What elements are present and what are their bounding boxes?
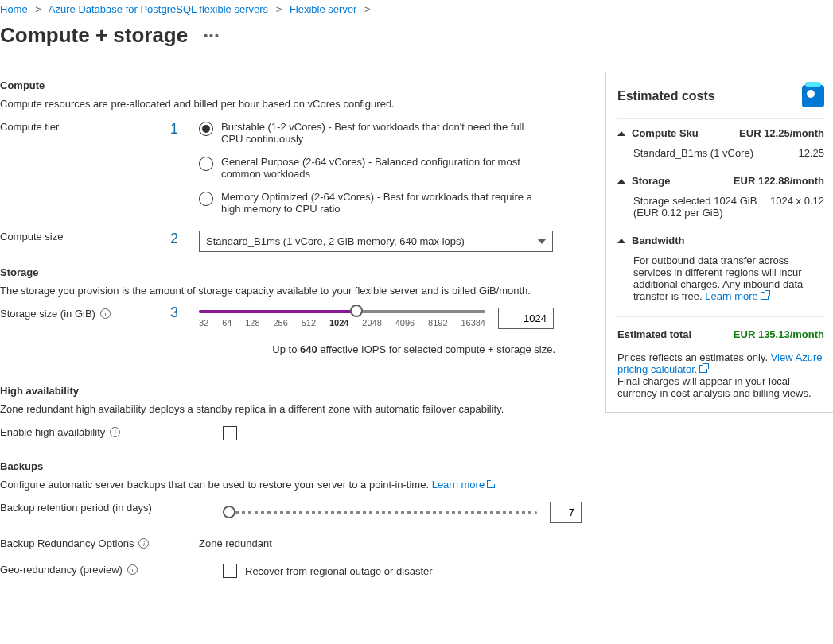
- slider-thumb[interactable]: [223, 506, 235, 518]
- info-icon[interactable]: i: [110, 427, 120, 437]
- ha-desc: Zone redundant high availability deploys…: [0, 403, 582, 415]
- info-icon[interactable]: i: [127, 564, 138, 575]
- tier-general-label: General Purpose (2-64 vCores) - Balanced…: [221, 156, 539, 180]
- retention-slider[interactable]: [223, 511, 537, 514]
- iops-note: Up to 640 effective IOPS for selected co…: [0, 343, 555, 355]
- redundancy-label: Backup Redundancy Options i: [0, 537, 199, 549]
- slider-thumb[interactable]: [350, 305, 363, 317]
- breadcrumb-db[interactable]: Azure Database for PostgreSQL flexible s…: [49, 3, 268, 15]
- chevron-right-icon: >: [35, 3, 41, 15]
- radio-icon: [199, 157, 213, 171]
- geo-checkbox[interactable]: Recover from regional outage or disaster: [223, 564, 582, 578]
- caret-up-icon: [617, 239, 625, 243]
- chevron-right-icon: >: [364, 3, 371, 15]
- compute-desc: Compute resources are pre-allocated and …: [0, 98, 582, 110]
- radio-icon: [199, 122, 213, 136]
- retention-input[interactable]: [550, 502, 582, 523]
- divider: [0, 370, 557, 370]
- tier-burstable[interactable]: Burstable (1-2 vCores) - Best for worklo…: [199, 121, 582, 145]
- radio-icon: [199, 192, 213, 206]
- storage-heading: Storage: [0, 266, 582, 278]
- caret-up-icon: [617, 131, 625, 136]
- annotation-2: 2: [170, 231, 178, 247]
- annotation-3: 3: [170, 305, 178, 321]
- caret-up-icon: [617, 179, 625, 184]
- storage-size-label: Storage size (in GiB) i: [0, 308, 199, 320]
- compute-heading: Compute: [0, 80, 582, 91]
- tier-burstable-label: Burstable (1-2 vCores) - Best for worklo…: [221, 121, 539, 145]
- redundancy-value: Zone redundant: [199, 537, 272, 549]
- estimated-total: Estimated total EUR 135.13/month: [617, 316, 824, 340]
- compute-size-select[interactable]: Standard_B1ms (1 vCore, 2 GiB memory, 64…: [199, 231, 553, 252]
- ha-heading: High availability: [0, 385, 582, 397]
- cost-compute-detail: Standard_B1ms (1 vCore): [633, 147, 790, 159]
- compute-size-value: Standard_B1ms (1 vCore, 2 GiB memory, 64…: [206, 235, 465, 247]
- storage-desc: The storage you provision is the amount …: [0, 285, 582, 297]
- costs-footer: Prices reflects an estimates only. View …: [617, 351, 824, 399]
- page-title: Compute + storage •••: [0, 23, 833, 48]
- cost-compute-toggle[interactable]: Compute Sku EUR 12.25/month: [617, 127, 824, 139]
- compute-size-label: Compute size: [0, 231, 199, 242]
- storage-slider[interactable]: [199, 310, 485, 313]
- storage-size-input[interactable]: [498, 308, 554, 329]
- slider-ticks: 3264128256512102420484096819216384: [199, 318, 485, 328]
- tier-general[interactable]: General Purpose (2-64 vCores) - Balanced…: [199, 156, 582, 180]
- info-icon[interactable]: i: [138, 538, 149, 549]
- enable-ha-label: Enable high availability i: [0, 426, 223, 438]
- postgresql-icon: [802, 85, 824, 107]
- external-link-icon: [699, 365, 707, 373]
- estimated-costs-panel: Estimated costs Compute Sku EUR 12.25/mo…: [605, 72, 833, 413]
- backups-heading: Backups: [0, 460, 582, 472]
- compute-tier-label: Compute tier: [0, 121, 199, 133]
- tier-memory-label: Memory Optimized (2-64 vCores) - Best fo…: [221, 191, 539, 215]
- backups-desc: Configure automatic server backups that …: [0, 479, 582, 491]
- backups-learn-more-link[interactable]: Learn more: [432, 479, 495, 491]
- cost-compute-detail-price: 12.25: [790, 147, 824, 159]
- bandwidth-learn-more-link[interactable]: Learn more: [705, 290, 768, 302]
- info-icon[interactable]: i: [100, 308, 111, 319]
- geo-label: Geo-redundancy (preview) i: [0, 564, 223, 576]
- cost-storage-detail-price: 1024 x 0.12: [762, 195, 824, 219]
- breadcrumb-home[interactable]: Home: [0, 3, 28, 15]
- chevron-down-icon: [538, 239, 546, 244]
- annotation-1: 1: [170, 121, 178, 138]
- breadcrumb: Home > Azure Database for PostgreSQL fle…: [0, 0, 833, 23]
- enable-ha-checkbox[interactable]: [223, 426, 237, 440]
- geo-checkbox-label: Recover from regional outage or disaster: [245, 565, 433, 577]
- cost-bandwidth-toggle[interactable]: Bandwidth: [617, 235, 824, 246]
- cost-storage-detail: Storage selected 1024 GiB (EUR 0.12 per …: [633, 195, 762, 219]
- tier-memory[interactable]: Memory Optimized (2-64 vCores) - Best fo…: [199, 191, 582, 215]
- cost-storage-toggle[interactable]: Storage EUR 122.88/month: [617, 175, 824, 187]
- external-link-icon: [487, 480, 495, 488]
- chevron-right-icon: >: [276, 3, 282, 15]
- cost-bandwidth-desc: For outbound data transfer across servic…: [633, 254, 824, 302]
- costs-title: Estimated costs: [617, 85, 824, 107]
- retention-label: Backup retention period (in days): [0, 502, 223, 514]
- breadcrumb-server[interactable]: Flexible server: [290, 3, 357, 15]
- external-link-icon: [761, 292, 769, 300]
- more-icon[interactable]: •••: [204, 29, 220, 42]
